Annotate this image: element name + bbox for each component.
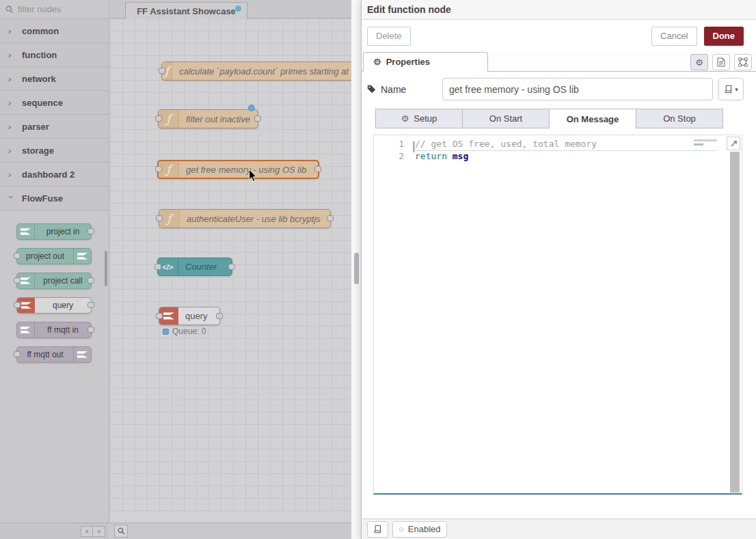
tab-on-stop[interactable]: On Stop xyxy=(636,109,723,128)
palette-node-project-out[interactable]: project out xyxy=(16,248,92,264)
canvas-grid[interactable]: ƒ calculate `payload.count` primes start… xyxy=(110,18,351,513)
editor-scrollbar[interactable] xyxy=(730,152,740,493)
enabled-toggle-button[interactable]: ○ Enabled xyxy=(392,521,447,538)
node-red-app: › common › function › network › sequence… xyxy=(0,0,756,539)
palette-node-ff-mqtt-in[interactable]: ff mqtt in xyxy=(16,322,92,338)
tray-tab-icons: ⚙ xyxy=(690,54,752,70)
hscroll-left-arrow[interactable]: ◂ xyxy=(112,512,116,513)
flow-node-calculate-primes[interactable]: ƒ calculate `payload.count` primes start… xyxy=(161,61,351,81)
palette-category-network[interactable]: › network xyxy=(0,67,109,91)
enabled-label: Enabled xyxy=(408,524,441,534)
palette-scrollbar[interactable] xyxy=(105,251,107,286)
node-label: Counter xyxy=(178,262,224,272)
chevron-up-icon: » xyxy=(83,529,90,533)
code-keyword: return xyxy=(415,151,447,161)
library-dropdown-button[interactable]: ▾ xyxy=(718,78,744,100)
category-label: function xyxy=(22,50,57,60)
flow-node-authenticate-user[interactable]: ƒ authenticateUser - use lib bcryptjs xyxy=(159,209,331,228)
expand-editor-button[interactable] xyxy=(727,137,740,150)
palette-category-sequence[interactable]: › sequence xyxy=(0,91,109,115)
input-port xyxy=(156,215,163,221)
canvas-vscroll-gutter xyxy=(351,0,361,539)
appearance-icon-button[interactable] xyxy=(734,54,752,70)
tray-toolbar: Delete Cancel Done xyxy=(362,20,756,52)
properties-icon-button[interactable]: ⚙ xyxy=(690,54,708,70)
line-number: 1 xyxy=(374,138,404,150)
palette-node-ff-mqtt-out[interactable]: ff mqtt out xyxy=(16,346,92,363)
palette-filter-input[interactable] xyxy=(18,4,138,14)
output-port xyxy=(314,166,321,172)
palette-category-function[interactable]: › function xyxy=(0,43,109,67)
tab-on-start[interactable]: On Start xyxy=(462,109,550,128)
input-port xyxy=(14,351,21,357)
tray-footer: ○ Enabled xyxy=(362,519,756,539)
workspace-tabbar: FF Assistant Showcase xyxy=(110,0,351,18)
palette-footer: » » xyxy=(0,523,109,539)
tab-properties[interactable]: ⚙ Properties xyxy=(363,52,488,72)
caret-down-icon: ▾ xyxy=(735,86,738,93)
output-port xyxy=(87,228,94,234)
status-dot xyxy=(163,329,169,335)
tab-label: Setup xyxy=(414,113,437,124)
output-port xyxy=(87,277,94,284)
output-port xyxy=(216,313,223,319)
palette-category-parser[interactable]: › parser xyxy=(0,115,109,139)
node-label: calculate `payload.count` primes startin… xyxy=(172,66,351,77)
palette-node-label: project in xyxy=(35,227,91,236)
palette-node-project-in[interactable]: project in xyxy=(16,223,92,240)
tray-form: Name ▾ ⚙ Setup On Start xyxy=(362,72,756,519)
edit-tray: Edit function node Delete Cancel Done ⚙ … xyxy=(361,0,756,539)
tab-label: On Stop xyxy=(663,113,696,124)
gear-icon: ⚙ xyxy=(401,113,409,124)
input-port xyxy=(14,302,21,308)
palette-category-storage[interactable]: › storage xyxy=(0,139,109,163)
flow-node-query[interactable]: query xyxy=(159,307,220,325)
palette-category-dashboard2[interactable]: › dashboard 2 xyxy=(0,163,109,186)
input-port xyxy=(14,253,21,259)
expand-all-button[interactable]: » xyxy=(93,526,105,537)
tab-setup[interactable]: ⚙ Setup xyxy=(375,109,463,128)
input-port xyxy=(156,313,163,319)
code-variable: msg xyxy=(447,151,468,161)
library-button[interactable] xyxy=(367,521,388,538)
name-input[interactable] xyxy=(442,78,713,100)
document-icon xyxy=(717,57,725,67)
collapse-all-button[interactable]: » xyxy=(81,526,93,537)
delete-button[interactable]: Delete xyxy=(367,27,411,46)
palette-search[interactable] xyxy=(0,0,109,19)
cancel-button[interactable]: Cancel xyxy=(651,27,697,46)
tab-label: Properties xyxy=(386,57,430,67)
book-icon xyxy=(373,525,382,534)
code-editor[interactable]: 1 // get OS free, used, total memory 2 r… xyxy=(373,135,742,495)
chevron-right-icon: › xyxy=(8,146,14,156)
workspace-tab[interactable]: FF Assistant Showcase xyxy=(125,2,247,19)
flow-node-filter-out-inactive[interactable]: ƒ filter out inactive xyxy=(158,109,258,128)
category-label: sequence xyxy=(22,98,63,108)
flow-node-counter[interactable]: </> Counter xyxy=(157,258,232,276)
palette-node-project-call[interactable]: project call xyxy=(16,273,92,289)
palette-node-label: project call xyxy=(35,276,91,286)
chevron-right-icon: › xyxy=(8,122,14,132)
gear-icon: ⚙ xyxy=(373,57,381,67)
name-row: Name ▾ xyxy=(367,78,744,100)
editor-minimap xyxy=(694,139,718,148)
category-label: common xyxy=(22,26,59,36)
chevron-right-icon: › xyxy=(8,98,14,108)
input-port xyxy=(14,277,21,284)
node-label: authenticateUser - use lib bcryptjs xyxy=(180,214,327,224)
search-icon xyxy=(5,5,14,14)
palette-flowfuse-nodes: project in project out project call xyxy=(0,210,109,415)
palette-node-label: query xyxy=(35,301,91,310)
description-icon-button[interactable] xyxy=(712,54,730,70)
done-button[interactable]: Done xyxy=(704,27,744,46)
search-flows-button[interactable] xyxy=(114,525,128,538)
palette-category-common[interactable]: › common xyxy=(0,19,109,43)
palette-category-flowfuse[interactable]: › FlowFuse xyxy=(0,186,109,210)
tab-on-message[interactable]: On Message xyxy=(549,109,636,129)
palette-node-query[interactable]: query xyxy=(16,297,92,314)
palette-node-label: project out xyxy=(17,251,73,261)
vertical-scrollbar[interactable] xyxy=(354,253,359,284)
tag-icon xyxy=(367,85,376,94)
flowfuse-icon xyxy=(17,322,35,337)
flow-node-get-free-memory[interactable]: ƒ get free memory - using OS lib xyxy=(157,160,319,179)
